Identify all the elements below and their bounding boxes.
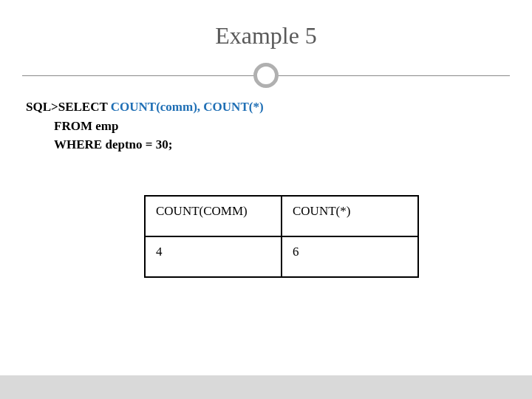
query-count-expr: COUNT(comm), COUNT(*)	[111, 100, 264, 114]
header-cell-count-comm: COUNT(COMM)	[145, 196, 282, 236]
query-prefix: SQL>	[26, 100, 58, 114]
divider-circle-icon	[253, 63, 279, 88]
slide-container: Example 5 SQL>SELECT COUNT(comm), COUNT(…	[0, 0, 532, 399]
sql-query: SQL>SELECT COUNT(comm), COUNT(*) FROM em…	[26, 98, 510, 154]
query-line-where: WHERE deptno = 30;	[54, 135, 510, 154]
footer-bar	[0, 375, 532, 399]
query-line-select: SQL>SELECT COUNT(comm), COUNT(*)	[26, 98, 510, 117]
data-cell-count-comm: 4	[145, 236, 282, 277]
data-cell-count-star: 6	[282, 236, 418, 277]
query-select-kw: SELECT	[58, 100, 111, 114]
title-divider	[22, 61, 510, 90]
result-table: COUNT(COMM) COUNT(*) 4 6	[144, 195, 419, 278]
query-line-from: FROM emp	[54, 117, 510, 136]
table-data-row: 4 6	[145, 236, 418, 277]
slide-title: Example 5	[22, 22, 510, 50]
table-header-row: COUNT(COMM) COUNT(*)	[145, 196, 418, 236]
header-cell-count-star: COUNT(*)	[282, 196, 418, 236]
